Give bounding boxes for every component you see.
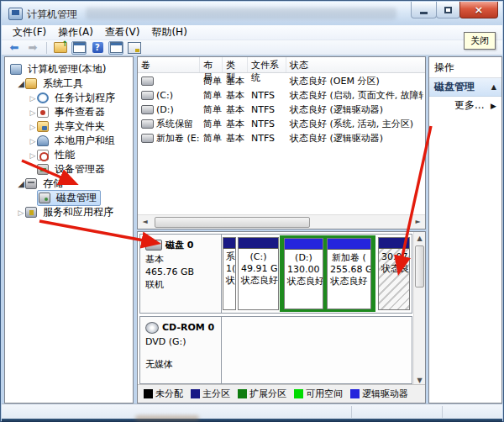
menu-help[interactable]: 帮助(H) [145, 24, 192, 40]
close-icon: × [475, 4, 484, 15]
column-volume[interactable]: 卷 [138, 57, 200, 72]
cd-rom-icon [145, 322, 159, 334]
tree-item-root[interactable]: 计算机管理(本地) [10, 62, 108, 76]
close-button[interactable]: × [459, 2, 498, 18]
expand-icon[interactable]: ◢ [17, 179, 25, 188]
minimize-button[interactable] [411, 2, 437, 18]
show-action-pane-button[interactable] [108, 41, 123, 55]
volume-icon [141, 119, 154, 129]
close-tooltip: 关闭 [464, 32, 496, 50]
disk-graphical-view: 磁盘 0 基本 465.76 GB 联机 系 1( 状 (C:) [137, 231, 426, 404]
table-row[interactable]: 系统保留 简单 基本 NTFS 状态良好 (系统, 活动, 主分区) [138, 117, 425, 131]
disk-tool-button[interactable] [127, 41, 142, 55]
legend-item: 逻辑驱动器 [350, 388, 408, 400]
tree-item-shared-folders[interactable]: ▷共享文件夹 [29, 119, 108, 134]
back-button[interactable]: ⬅ [7, 41, 22, 55]
collapse-icon[interactable]: ▷ [29, 137, 37, 145]
partition-new-volume[interactable]: 新加卷 ( 255.68 G 状态良好 [327, 238, 371, 309]
system-tools-icon [25, 78, 37, 89]
collapse-icon[interactable]: ▷ [29, 94, 37, 103]
expand-icon[interactable]: ◢ [17, 79, 25, 88]
partition-legend: 未分配 主分区 扩展分区 可用空间 逻辑驱动器 [138, 384, 425, 403]
hard-disk-icon [145, 240, 162, 251]
scroll-right-icon[interactable]: ► [412, 216, 424, 227]
horizontal-scrollbar[interactable]: ◄ ► [138, 214, 425, 229]
scroll-left-icon[interactable]: ◄ [139, 216, 151, 227]
window-title: 计算机管理 [27, 8, 77, 22]
forward-arrow-icon: ➡ [29, 42, 38, 53]
tree-item-device-manager[interactable]: 设备管理器 [37, 162, 108, 177]
cdrom-info[interactable]: CD-ROM 0 DVD (G:) 无媒体 [140, 317, 222, 383]
column-type[interactable]: 类型 [223, 57, 248, 72]
legend-swatch-extended [238, 389, 247, 398]
tree-item-task-scheduler[interactable]: ▷任务计划程序 [29, 91, 118, 105]
table-row[interactable]: 新加卷 (E:) 简单 基本 NTFS 状态良好 (逻辑驱动器) [138, 131, 425, 145]
collapse-icon[interactable]: ▷ [29, 123, 37, 131]
folder-up-icon [54, 42, 67, 53]
forward-button[interactable]: ➡ [25, 41, 40, 55]
scrollbar-thumb[interactable] [155, 217, 310, 228]
table-row[interactable]: (C:) 简单 基本 NTFS 状态良好 (启动, 页面文件, 故障转储, 主分… [138, 88, 425, 103]
computer-management-window: 计算机管理 × 关闭 文件(F) 操作(A) 查看(V) 帮助(H) ⬅ ➡ ?… [0, 0, 504, 422]
table-row[interactable]: 简单 基本 状态良好 (OEM 分区) [138, 74, 425, 88]
tree-item-services-applications[interactable]: ▷服务和应用程序 [17, 205, 116, 219]
volume-icon [141, 76, 154, 86]
partition-free-space[interactable]: 30.07 G 状态良好 [378, 237, 410, 310]
scrollbar-thumb[interactable] [415, 245, 424, 287]
logical-drive-bar [328, 239, 370, 250]
tree-item-system-tools[interactable]: ◢系统工具 [17, 76, 86, 91]
primary-partition-bar [379, 238, 409, 249]
up-level-button[interactable] [53, 41, 68, 55]
tree-item-performance[interactable]: ▷性能 [29, 148, 77, 162]
legend-item: 主分区 [191, 388, 230, 400]
collapse-arrow-icon[interactable]: ▲ [491, 83, 496, 91]
legend-swatch-primary [191, 389, 200, 398]
scroll-up-icon[interactable]: ▲ [414, 232, 425, 244]
collapse-icon[interactable]: ▷ [17, 208, 25, 217]
partition-system-reserved[interactable]: 系 1( 状 [223, 237, 236, 310]
help-button[interactable]: ? [90, 41, 105, 55]
actions-title: 操作 [429, 57, 501, 78]
table-row[interactable]: (D:) 简单 基本 NTFS 状态良好 (逻辑驱动器) [138, 103, 425, 117]
volume-list-header: 卷 布局 类型 文件系统 状态 [138, 57, 425, 73]
disk0-type: 基本 [145, 253, 216, 266]
task-scheduler-icon [37, 92, 49, 103]
more-actions-item[interactable]: 更多... ▶ [429, 97, 501, 114]
menu-view[interactable]: 查看(V) [99, 24, 146, 40]
disk0-info[interactable]: 磁盘 0 基本 465.76 GB 联机 [140, 235, 222, 313]
console-tree-icon [73, 42, 86, 53]
menu-file[interactable]: 文件(F) [7, 24, 52, 40]
tree-item-event-viewer[interactable]: ▷事件查看器 [29, 105, 108, 119]
actions-group-disk-management[interactable]: 磁盘管理 ▲ [429, 78, 501, 97]
partition-d[interactable]: (D:) 130.00 ( 状态良好 [284, 238, 323, 309]
local-users-icon [37, 135, 49, 146]
vertical-scrollbar[interactable]: ▲ ▼ [413, 232, 425, 386]
event-viewer-icon [37, 107, 49, 118]
maximize-button[interactable] [436, 2, 460, 18]
cdrom-status: 无媒体 [145, 358, 216, 371]
disk0-partitions: 系 1( 状 (C:) 49.91 G 状态良好 [222, 235, 412, 313]
action-pane-icon [110, 42, 123, 53]
collapse-icon[interactable]: ▷ [29, 151, 37, 160]
cdrom-media: DVD (G:) [145, 335, 216, 348]
status-bar [2, 404, 502, 419]
disk-tool-icon [128, 42, 141, 54]
primary-partition-bar [239, 238, 278, 249]
disk0-row: 磁盘 0 基本 465.76 GB 联机 系 1( 状 (C:) [139, 234, 412, 314]
collapse-icon[interactable]: ▷ [29, 108, 37, 117]
tree-item-disk-management[interactable]: 磁盘管理 [37, 191, 101, 205]
window-bottom-border [2, 419, 502, 422]
partition-c[interactable]: (C:) 49.91 G 状态良好 [238, 237, 279, 310]
disk0-size: 465.76 GB [145, 266, 216, 278]
tree-item-storage[interactable]: ◢存储 [17, 177, 66, 191]
cdrom-row: CD-ROM 0 DVD (G:) 无媒体 [139, 316, 412, 384]
column-layout[interactable]: 布局 [200, 57, 223, 72]
menu-action[interactable]: 操作(A) [52, 24, 99, 40]
minimize-icon [420, 12, 428, 14]
legend-item: 未分配 [144, 388, 183, 400]
tree-item-local-users-groups[interactable]: ▷本地用户和组 [29, 134, 118, 148]
column-filesystem[interactable]: 文件系统 [248, 57, 286, 72]
extended-partition-frame: (D:) 130.00 ( 状态良好 新加卷 ( 255.68 G 状态良好 [280, 235, 375, 312]
column-status[interactable]: 状态 [286, 57, 423, 72]
show-console-tree-button[interactable] [71, 41, 87, 55]
